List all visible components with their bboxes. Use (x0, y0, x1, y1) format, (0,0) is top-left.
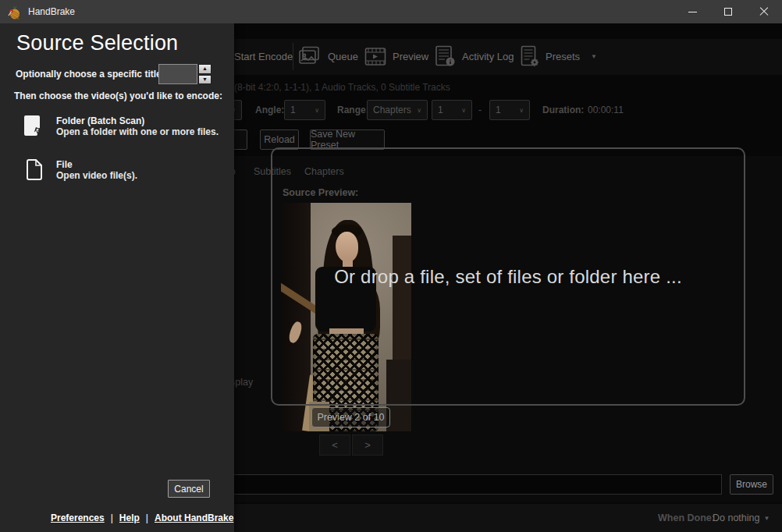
help-link[interactable]: Help (119, 512, 140, 523)
range-separator: - (478, 105, 482, 115)
start-encode-button[interactable]: Start Encode (234, 42, 293, 70)
spin-down-button[interactable]: ▼ (198, 75, 211, 85)
source-preview-label: Source Preview: (283, 187, 358, 198)
maximize-icon (724, 8, 732, 16)
activity-log-label: Activity Log (462, 51, 514, 62)
chevron-down-icon: ∨ (315, 107, 319, 114)
file-option-title: File (56, 159, 73, 170)
when-done-label: When Done: (658, 512, 715, 523)
cancel-button[interactable]: Cancel (168, 480, 210, 498)
file-icon (26, 159, 43, 180)
start-encode-label: Start Encode (234, 51, 293, 62)
panel-footer-links: Preferences | Help | About HandBrake (51, 512, 233, 523)
when-done-select[interactable]: Do nothing ▼ (713, 512, 770, 523)
title-spinner: ▲ ▼ (158, 64, 211, 84)
source-selection-panel: Source Selection Optionally choose a spe… (0, 23, 234, 532)
queue-icon (298, 46, 322, 67)
source-summary: (8-bit 4:2:0, 1-1-1), 1 Audio Tracks, 0 … (234, 82, 450, 93)
preview-button[interactable]: Preview (364, 42, 428, 70)
preview-prev-button[interactable]: < (319, 434, 350, 456)
range-label: Range: (337, 105, 369, 115)
folder-option-title: Folder (Batch Scan) (56, 115, 144, 126)
title-bar: HandBrake (0, 0, 782, 23)
window-title: HandBrake (28, 6, 75, 17)
duration-value: 00:00:11 (588, 105, 624, 115)
choose-video-label: Then choose the video(s) you'd like to e… (14, 90, 222, 101)
presets-caret-icon: ▼ (591, 53, 597, 60)
about-handbrake-link[interactable]: About HandBrake (155, 512, 233, 523)
tab-subtitles[interactable]: Subtitles (254, 166, 291, 177)
maximize-button[interactable] (710, 0, 746, 23)
specific-title-label: Optionally choose a specific title: (16, 69, 165, 80)
source-preview-image (281, 203, 411, 431)
title-number-input[interactable] (158, 64, 197, 84)
preview-next-button[interactable]: > (352, 434, 383, 456)
activity-log-button[interactable]: Activity Log (435, 42, 514, 70)
angle-select[interactable]: 1 ∨ (284, 100, 325, 120)
queue-label: Queue (328, 51, 358, 62)
preview-icon (364, 47, 386, 66)
folder-batch-scan-option[interactable]: Folder (Batch Scan) Open a folder with o… (0, 112, 234, 153)
queue-button[interactable]: Queue (298, 42, 358, 70)
range-to-select[interactable]: 1 ∨ (489, 100, 530, 120)
preview-counter-button[interactable]: Preview 2 of 10 (311, 407, 390, 427)
chevron-down-icon: ∨ (417, 107, 421, 114)
panel-title: Source Selection (16, 31, 178, 55)
save-new-preset-button[interactable]: Save New Preset (310, 129, 385, 150)
duration-label: Duration: (542, 105, 584, 115)
close-icon (759, 7, 769, 16)
activity-log-icon (435, 45, 456, 67)
handbrake-window: Start Encode Queue Preview (0, 0, 782, 532)
chevron-down-icon: ∨ (519, 107, 524, 114)
batch-folder-icon (23, 114, 44, 137)
minimize-icon (688, 12, 697, 12)
folder-option-description: Open a folder with one or more files. (56, 126, 219, 137)
angle-label: Angle: (255, 105, 284, 115)
chevron-down-icon: ∨ (461, 107, 466, 114)
range-type-select[interactable]: Chapters ∨ (367, 100, 428, 120)
file-option-description: Open video file(s). (56, 170, 137, 181)
presets-label: Presets (546, 51, 580, 62)
destination-path-input[interactable] (231, 474, 722, 495)
presets-button[interactable]: Presets ▼ (521, 42, 597, 70)
spin-up-button[interactable]: ▲ (198, 64, 211, 74)
preview-label: Preview (393, 51, 428, 62)
caret-down-icon: ▼ (763, 515, 770, 522)
browse-button[interactable]: Browse (730, 474, 773, 495)
window-controls (674, 0, 782, 23)
presets-icon (521, 45, 539, 67)
file-option[interactable]: File Open video file(s). (0, 156, 234, 197)
preferences-link[interactable]: Preferences (51, 512, 105, 523)
close-button[interactable] (746, 0, 782, 23)
handbrake-logo-icon (7, 5, 22, 20)
minimize-button[interactable] (674, 0, 710, 23)
toolbar-separator (293, 43, 293, 70)
range-from-select[interactable]: 1 ∨ (432, 100, 472, 120)
tab-chapters[interactable]: Chapters (304, 166, 344, 177)
reload-button[interactable]: Reload (260, 129, 299, 150)
